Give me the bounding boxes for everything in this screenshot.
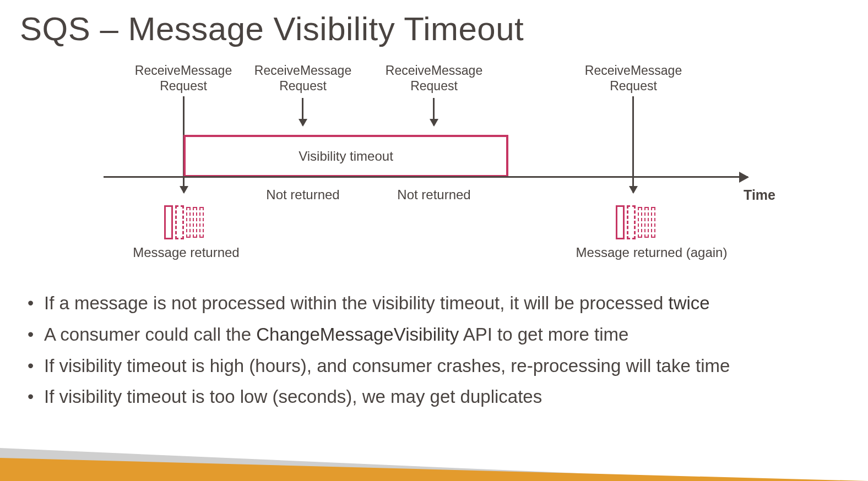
message-glyph-1 bbox=[164, 205, 204, 239]
message-rect-icon bbox=[616, 205, 625, 239]
footer-decoration bbox=[0, 448, 868, 481]
request-label-text: Request bbox=[160, 79, 207, 93]
bullet-bold: twice bbox=[669, 293, 710, 313]
bullet-list: If a message is not processed within the… bbox=[28, 289, 840, 414]
message-rect-dashed-icon bbox=[651, 207, 655, 238]
message-rect-dashed-icon bbox=[193, 207, 197, 238]
request-label-text: Request bbox=[410, 79, 458, 93]
message-glyph-2 bbox=[616, 205, 655, 239]
visibility-timeout-box: Visibility timeout bbox=[183, 135, 508, 177]
request-label-text: Request bbox=[610, 79, 657, 93]
request-label-3: ReceiveMessage Request bbox=[373, 63, 495, 94]
request-label-4: ReceiveMessage Request bbox=[573, 63, 694, 94]
visibility-timeout-label: Visibility timeout bbox=[299, 149, 393, 164]
slide-title: SQS – Message Visibility Timeout bbox=[0, 0, 868, 48]
request-label-text: ReceiveMessage bbox=[135, 63, 232, 78]
arrow-down-3 bbox=[433, 98, 435, 125]
bullet-text: API to get more time bbox=[459, 324, 628, 345]
request-label-text: Request bbox=[279, 79, 327, 93]
time-axis-label: Time bbox=[744, 187, 775, 203]
request-label-text: ReceiveMessage bbox=[386, 63, 482, 78]
bullet-text: If visibility timeout is too low (second… bbox=[44, 386, 542, 407]
bullet-item: A consumer could call the ChangeMessageV… bbox=[28, 320, 840, 349]
arrow-down-4 bbox=[632, 96, 634, 193]
not-returned-label-1: Not returned bbox=[248, 187, 358, 203]
bullet-item: If visibility timeout is high (hours), a… bbox=[28, 352, 840, 381]
message-rect-icon bbox=[164, 205, 173, 239]
message-rect-dashed-icon bbox=[199, 207, 204, 238]
message-rect-dashed-icon bbox=[186, 207, 191, 238]
message-rect-dashed-icon bbox=[644, 207, 649, 238]
message-rect-dashed-icon bbox=[627, 205, 636, 239]
request-label-1: ReceiveMessage Request bbox=[123, 63, 244, 94]
message-returned-label-2: Message returned (again) bbox=[563, 245, 740, 260]
not-returned-label-2: Not returned bbox=[379, 187, 489, 203]
bullet-text: A consumer could call the bbox=[44, 324, 256, 345]
bullet-item: If visibility timeout is too low (second… bbox=[28, 382, 840, 412]
arrow-down-2 bbox=[302, 98, 303, 125]
time-axis bbox=[104, 176, 748, 178]
visibility-diagram: ReceiveMessage Request ReceiveMessage Re… bbox=[104, 63, 764, 272]
bullet-bold: ChangeMessageVisibility bbox=[256, 324, 459, 345]
request-label-text: ReceiveMessage bbox=[585, 63, 682, 78]
request-label-text: ReceiveMessage bbox=[254, 63, 351, 78]
message-rect-dashed-icon bbox=[175, 205, 184, 239]
bullet-text: If a message is not processed within the… bbox=[44, 293, 669, 313]
request-label-2: ReceiveMessage Request bbox=[242, 63, 364, 94]
message-returned-label-1: Message returned bbox=[117, 245, 255, 260]
bullet-item: If a message is not processed within the… bbox=[28, 289, 840, 318]
bullet-text: If visibility timeout is high (hours), a… bbox=[44, 356, 730, 376]
message-rect-dashed-icon bbox=[638, 207, 642, 238]
